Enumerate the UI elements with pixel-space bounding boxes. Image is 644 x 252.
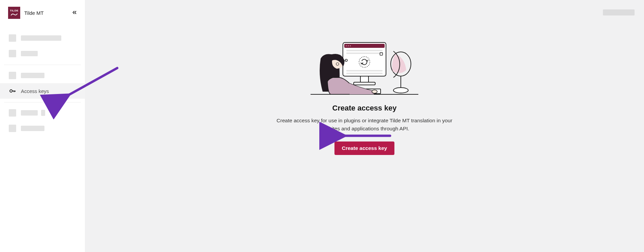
svg-rect-10 xyxy=(346,73,383,74)
placeholder-icon xyxy=(9,125,16,132)
svg-rect-9 xyxy=(346,70,383,71)
placeholder-label xyxy=(21,73,44,78)
placeholder-icon xyxy=(9,109,16,117)
placeholder-label xyxy=(21,126,44,131)
svg-point-4 xyxy=(346,45,347,46)
svg-point-20 xyxy=(336,63,339,65)
sidebar-item-access-keys[interactable]: Access keys xyxy=(0,83,85,99)
illustration xyxy=(311,38,418,98)
placeholder-label xyxy=(21,110,38,116)
key-icon xyxy=(9,87,16,95)
page-subtext: Create access key for use in plugins or … xyxy=(270,117,459,133)
placeholder-icon xyxy=(9,34,16,42)
sidebar-item-placeholder[interactable] xyxy=(0,46,85,61)
placeholder-icon xyxy=(9,50,16,57)
empty-state: Create access key Create access key for … xyxy=(250,38,479,155)
sidebar-header: TILDE Tilde MT xyxy=(0,0,85,24)
sidebar-nav: Access keys xyxy=(0,24,85,136)
sidebar-divider xyxy=(4,65,81,65)
sidebar-item-label: Access keys xyxy=(21,88,49,94)
svg-point-19 xyxy=(372,90,377,93)
svg-rect-14 xyxy=(354,82,375,85)
header-placeholder xyxy=(603,9,635,15)
svg-point-6 xyxy=(350,45,351,46)
page-heading: Create access key xyxy=(332,104,397,113)
svg-rect-7 xyxy=(346,50,383,51)
placeholder-badge xyxy=(41,110,45,116)
placeholder-label xyxy=(21,51,38,56)
svg-point-18 xyxy=(393,88,408,93)
main-content: Create access key Create access key for … xyxy=(85,0,644,252)
sidebar-divider xyxy=(4,102,81,102)
sidebar-item-placeholder[interactable] xyxy=(0,30,85,46)
svg-rect-13 xyxy=(360,76,368,82)
brand-logo: TILDE xyxy=(8,7,20,19)
app-name: Tilde MT xyxy=(24,10,44,16)
svg-point-5 xyxy=(348,45,349,46)
create-access-key-button[interactable]: Create access key xyxy=(334,141,394,155)
svg-rect-8 xyxy=(346,53,383,54)
sidebar: TILDE Tilde MT xyxy=(0,0,85,252)
sidebar-collapse-button[interactable] xyxy=(71,9,78,16)
sidebar-item-placeholder[interactable] xyxy=(0,105,85,121)
sidebar-item-placeholder[interactable] xyxy=(0,121,85,136)
placeholder-icon xyxy=(9,72,16,79)
sidebar-item-placeholder[interactable] xyxy=(0,68,85,83)
placeholder-label xyxy=(21,35,61,41)
svg-point-0 xyxy=(10,90,12,92)
chevron-double-left-icon xyxy=(71,9,77,15)
